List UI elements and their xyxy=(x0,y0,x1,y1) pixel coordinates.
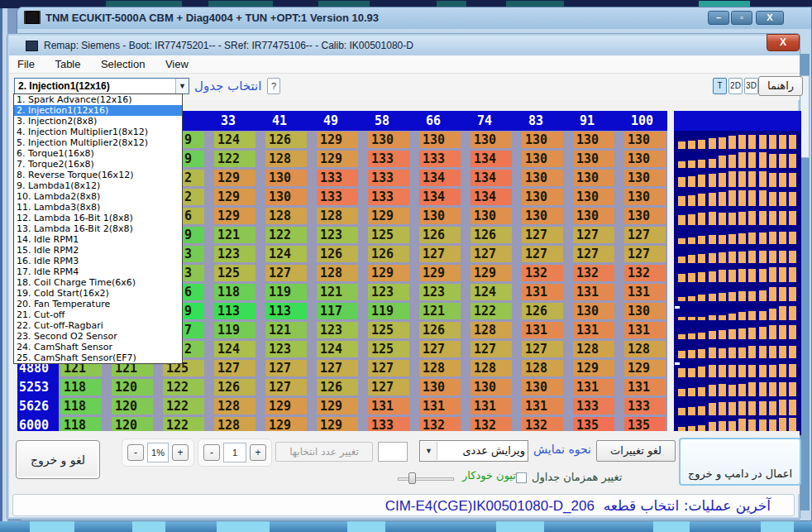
table-cell[interactable]: 133 xyxy=(368,170,409,186)
dropdown-item[interactable]: 25. CamShaft Sensor(EF7) xyxy=(14,352,182,363)
table-cell[interactable]: 121 xyxy=(419,303,461,319)
table-cell[interactable]: 133 xyxy=(317,189,358,205)
table-cell[interactable]: 134 xyxy=(419,189,461,205)
table-cell[interactable]: 130 xyxy=(624,303,666,319)
table-cell[interactable]: 119 xyxy=(265,284,307,300)
table-cell[interactable]: 118 xyxy=(60,398,102,415)
table-cell[interactable]: 127 xyxy=(419,246,461,262)
table-cell[interactable]: 113 xyxy=(265,303,307,319)
table-cell[interactable]: 129 xyxy=(573,360,614,376)
table-cell[interactable]: 130 xyxy=(624,208,666,224)
autotune-slider[interactable] xyxy=(398,477,454,481)
table-cell[interactable]: 123 xyxy=(317,227,358,243)
table-cell[interactable]: 131 xyxy=(522,398,563,415)
table-cell[interactable]: 131 xyxy=(419,398,461,415)
table-cell[interactable]: 130 xyxy=(419,379,461,395)
table-cell[interactable]: 119 xyxy=(368,303,409,319)
table-cell[interactable]: 125 xyxy=(368,322,409,338)
dropdown-item[interactable]: 18. Coil Charge Time(6x6) xyxy=(14,277,182,288)
table-cell[interactable]: 122 xyxy=(265,227,307,243)
table-cell[interactable]: 130 xyxy=(624,151,666,167)
table-cell[interactable]: 127 xyxy=(214,360,256,376)
table-cell[interactable]: 126 xyxy=(317,246,358,262)
table-cell[interactable]: 130 xyxy=(522,151,563,167)
dropdown-item[interactable]: 5. Injection Multiplier2(8x12) xyxy=(14,137,182,148)
table-cell[interactable]: 124 xyxy=(317,341,358,357)
table-cell[interactable]: 128 xyxy=(522,360,563,376)
table-cell[interactable]: 130 xyxy=(573,303,614,319)
close-icon[interactable]: X xyxy=(767,34,800,51)
table-cell[interactable]: 130 xyxy=(573,170,614,186)
table-cell[interactable]: 127 xyxy=(624,227,666,243)
apply-dump-exit-button[interactable]: اعمال در دامپ و خروج xyxy=(679,438,801,486)
table-cell[interactable]: 129 xyxy=(317,132,358,148)
table-cell[interactable]: 132 xyxy=(522,265,563,281)
table-cell[interactable]: 134 xyxy=(419,170,461,186)
table-cell[interactable]: 129 xyxy=(368,265,409,281)
table-select-combobox[interactable]: 2. Injection1(12x16) ▼ xyxy=(14,78,189,94)
table-cell[interactable]: 126 xyxy=(368,246,409,262)
table-cell[interactable]: 123 xyxy=(419,284,461,300)
percent-plus-button[interactable]: + xyxy=(172,444,189,461)
slider-thumb[interactable] xyxy=(408,472,416,484)
dropdown-item[interactable]: 21. Cut-off xyxy=(14,309,182,320)
dropdown-item[interactable]: 9. Lambda1(8x12) xyxy=(14,180,182,191)
table-cell[interactable]: 122 xyxy=(470,303,512,319)
chevron-down-icon[interactable]: ▼ xyxy=(421,442,437,460)
table-cell[interactable]: 123 xyxy=(317,322,358,338)
table-cell[interactable]: 120 xyxy=(112,379,153,395)
table-cell[interactable]: 131 xyxy=(522,284,563,300)
table-cell[interactable]: 130 xyxy=(573,132,614,148)
table-cell[interactable]: 132 xyxy=(624,265,666,281)
table-cell[interactable]: 126 xyxy=(214,379,256,395)
table-cell[interactable]: 130 xyxy=(368,132,409,148)
table-cell[interactable]: 129 xyxy=(317,398,358,415)
dropdown-item[interactable]: 15. Idle RPM2 xyxy=(14,245,182,256)
display-mode-combobox[interactable]: ▼ ويرايش عددی xyxy=(419,440,528,462)
table-cell[interactable]: 121 xyxy=(214,227,256,243)
help-button[interactable]: ? xyxy=(267,78,280,94)
step-plus-button[interactable]: + xyxy=(250,444,266,461)
table-cell[interactable]: 123 xyxy=(214,246,256,262)
table-cell[interactable]: 127 xyxy=(522,227,563,243)
table-cell[interactable]: 129 xyxy=(214,170,256,186)
table-cell[interactable]: 128 xyxy=(265,208,307,224)
table-cell[interactable]: 130 xyxy=(522,208,563,224)
dropdown-item[interactable]: 8. Reverse Torque(16x12) xyxy=(14,170,182,180)
table-cell[interactable]: 126 xyxy=(419,227,461,243)
table-cell[interactable]: 130 xyxy=(624,189,666,205)
table-cell[interactable]: 127 xyxy=(265,265,307,281)
table-cell[interactable]: 128 xyxy=(470,360,512,376)
dropdown-item[interactable]: 14. Idle RPM1 xyxy=(14,234,182,245)
table-cell[interactable]: 130 xyxy=(265,170,307,186)
table-cell[interactable]: 126 xyxy=(470,227,512,243)
table-cell[interactable]: 127 xyxy=(470,246,512,262)
table-cell[interactable]: 133 xyxy=(368,189,409,205)
table-cell[interactable]: 130 xyxy=(522,170,563,186)
cancel-changes-button[interactable]: لغو تغييرات xyxy=(596,440,676,462)
dropdown-item[interactable]: 11. Lambda3(8x8) xyxy=(14,202,182,213)
percent-field[interactable]: 1% xyxy=(147,443,169,463)
minimize-button[interactable]: – xyxy=(708,11,729,25)
table-cell[interactable]: 127 xyxy=(368,360,409,376)
table-cell[interactable]: 129 xyxy=(214,189,256,205)
menu-selection[interactable]: Selection xyxy=(93,55,153,70)
table-cell[interactable]: 133 xyxy=(573,398,614,415)
table-cell[interactable]: 130 xyxy=(522,379,563,395)
percent-minus-button[interactable]: - xyxy=(127,444,144,461)
table-cell[interactable]: 130 xyxy=(419,208,461,224)
table-cell[interactable]: 125 xyxy=(368,227,409,243)
table-cell[interactable]: 128 xyxy=(317,265,358,281)
tnm-titlebar[interactable]: TNM ECUKIT-5000A CBM + Diag4004 + TUN +O… xyxy=(17,7,811,29)
table-cell[interactable]: 128 xyxy=(265,151,307,167)
step-field[interactable]: 1 xyxy=(223,443,246,463)
menu-view[interactable]: View xyxy=(157,55,197,70)
dropdown-item[interactable]: 2. Injection1(12x16) xyxy=(14,105,182,116)
table-cell[interactable]: 131 xyxy=(624,322,666,338)
table-cell[interactable]: 132 xyxy=(573,265,614,281)
table-cell[interactable]: 124 xyxy=(470,284,512,300)
table-cell[interactable]: 126 xyxy=(317,379,358,395)
table-cell[interactable]: 130 xyxy=(522,189,563,205)
table-cell[interactable]: 130 xyxy=(624,132,666,148)
table-cell[interactable]: 119 xyxy=(214,322,256,338)
